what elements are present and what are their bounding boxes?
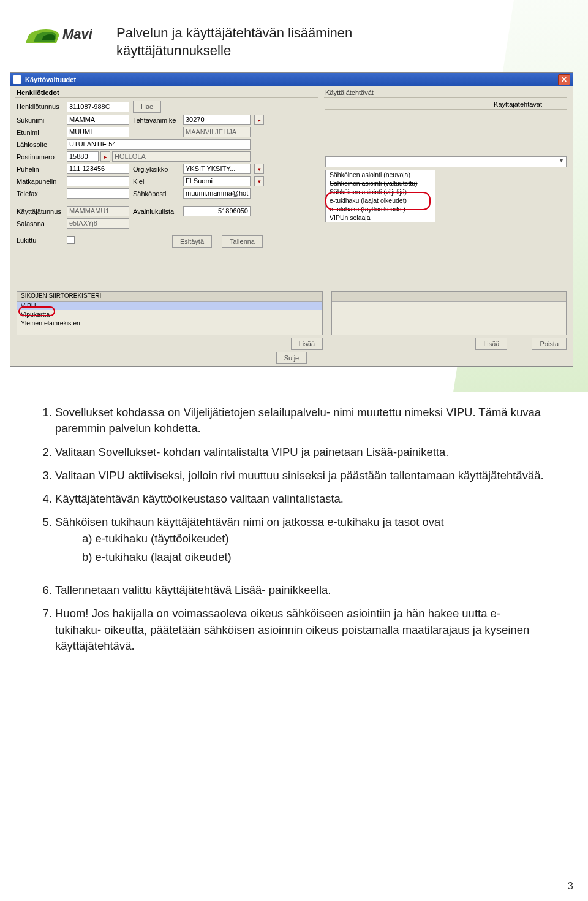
- title-line-1: Palvelun ja käyttäjätehtävän lisääminen: [116, 25, 352, 40]
- group-label-kayttajatehtavat: Käyttäjätehtävät: [325, 89, 374, 96]
- list-row[interactable]: Yleinen eläinrekisteri: [17, 319, 322, 327]
- role-item[interactable]: Sähköinen asiointi (neuvoja): [326, 170, 435, 179]
- page-number: 3: [568, 880, 573, 892]
- item-5: Sähköisen tukihaun käyttäjätehtävän nimi…: [55, 514, 545, 565]
- input-tehtavanimike-code[interactable]: 30270: [183, 115, 251, 125]
- item-5a: a) e-tukihaku (täyttöoikeudet): [82, 531, 545, 547]
- tallenna-button[interactable]: Tallenna: [222, 235, 263, 248]
- input-sukunimi[interactable]: MAMMA: [67, 115, 129, 125]
- role-list[interactable]: Sähköinen asiointi (neuvoja) Sähköinen a…: [325, 170, 435, 222]
- lookup-icon[interactable]: ▸: [254, 115, 264, 125]
- role-item[interactable]: e-tukihaku (täyttöoikeudet): [326, 205, 435, 213]
- input-lahiosoite[interactable]: UTULANTIE 54: [67, 139, 251, 150]
- poista-button[interactable]: Poista: [532, 338, 567, 350]
- role-item[interactable]: VIPUn selaaja: [326, 213, 435, 222]
- label-sahkoposti: Sähköposti: [133, 190, 179, 197]
- dropdown-kieli-icon[interactable]: ▾: [254, 176, 264, 186]
- list-header-right: [332, 292, 566, 302]
- sulje-button[interactable]: Sulje: [276, 352, 307, 364]
- input-sahkoposti[interactable]: muumi.mamma@hot: [183, 188, 251, 199]
- window-titlebar[interactable]: Käyttövaltuudet ✕: [10, 73, 573, 86]
- role-dropdown[interactable]: [325, 156, 567, 167]
- item-5-lead: Sähköisen tukihaun käyttäjätehtävän nimi…: [55, 515, 444, 528]
- list-row-vipu[interactable]: VIPU: [17, 302, 322, 310]
- lisaa-sovellus-button[interactable]: Lisää: [291, 338, 323, 350]
- label-etunimi: Etunimi: [17, 129, 63, 136]
- close-icon[interactable]: ✕: [558, 74, 570, 85]
- item-7: Huom! Jos hakijalla on voimassaoleva oik…: [55, 606, 545, 654]
- label-kieli: Kieli: [133, 178, 179, 185]
- input-etunimi[interactable]: MUUMI: [67, 127, 129, 137]
- sovellukset-area: SIKOJEN SIIRTOREKISTERI VIPU Vipukartta …: [10, 291, 573, 350]
- input-postinumero[interactable]: 15880: [67, 151, 99, 162]
- label-avainlukulista: Avainlukulista: [133, 208, 179, 215]
- document-title: Palvelun ja käyttäjätehtävän lisääminen …: [116, 25, 352, 59]
- window-footer: Sulje: [10, 350, 573, 366]
- input-avainlukulista[interactable]: 51896050: [183, 206, 251, 216]
- item-3: Valitaan VIPU aktiiviseksi, jolloin rivi…: [55, 468, 545, 484]
- input-kieli[interactable]: FI Suomi: [183, 176, 251, 186]
- logo-swoosh-icon: [28, 26, 59, 43]
- label-orgyksikko: Org.yksikkö: [133, 165, 179, 173]
- title-line-2: käyttäjätunnukselle: [116, 43, 231, 58]
- list-row[interactable]: Vipukartta: [17, 310, 322, 319]
- dropdown-icon[interactable]: ▾: [254, 164, 264, 174]
- item-5b: b) e-tukihaku (laajat oikeudet): [82, 549, 545, 565]
- label-telefax: Telefax: [17, 190, 63, 197]
- esitayta-button[interactable]: Esitäytä: [172, 235, 212, 248]
- input-salasana: e5fAXYj8: [67, 218, 129, 229]
- hae-button[interactable]: Hae: [133, 101, 161, 113]
- label-salasana: Salasana: [17, 220, 63, 227]
- role-item[interactable]: Sähköinen asiointi (viljelijä): [326, 188, 435, 196]
- label-tehtavanimike: Tehtävänimike: [133, 116, 179, 124]
- checkbox-lukittu[interactable]: [67, 236, 75, 244]
- input-postitoimipaikka: HOLLOLA: [112, 151, 251, 162]
- input-telefax[interactable]: [67, 188, 129, 199]
- lisaa-tehtava-button[interactable]: Lisää: [475, 338, 507, 350]
- label-puhelin: Puhelin: [17, 165, 63, 173]
- item-1: Sovellukset kohdassa on Viljelijätietoje…: [55, 405, 545, 437]
- item-2: Valitaan Sovellukset- kohdan valintalist…: [55, 444, 545, 460]
- label-lahiosoite: Lähiosoite: [17, 141, 63, 148]
- label-postinumero: Postinumero: [17, 153, 63, 161]
- group-label-henkilotiedot: Henkilötiedot: [17, 89, 59, 96]
- sovellukset-list[interactable]: SIKOJEN SIIRTOREKISTERI VIPU Vipukartta …: [17, 291, 323, 335]
- role-item[interactable]: e-tukihaku (laajat oikeudet): [326, 196, 435, 205]
- window-kayttovaltuudet: Käyttövaltuudet ✕ Henkilötiedot Henkilöt…: [10, 72, 573, 367]
- label-henkilotunnus: Henkilötunnus: [17, 103, 63, 110]
- input-matkapuhelin[interactable]: [67, 176, 129, 186]
- item-6: Tallennetaan valittu käyttäjätehtävä Lis…: [55, 582, 545, 598]
- input-kayttajatunnus: MAMMAMU1: [67, 206, 129, 216]
- list-header: SIKOJEN SIIRTOREKISTERI: [17, 292, 322, 302]
- label-kayttajatunnus: Käyttäjätunnus: [17, 208, 63, 215]
- label-lukittu: Lukittu: [17, 237, 63, 244]
- item-4: Käyttäjätehtävän käyttöoikeustaso valita…: [55, 491, 545, 507]
- window-icon: [13, 75, 21, 84]
- logo: Mavi: [28, 26, 92, 43]
- input-tehtavanimike-text: MAANVILJELIJÄ: [183, 127, 251, 137]
- logo-text: Mavi: [62, 26, 92, 42]
- label-sukunimi: Sukunimi: [17, 116, 63, 124]
- input-puhelin[interactable]: 111 123456: [67, 164, 129, 174]
- tehtavat-list[interactable]: [331, 291, 567, 335]
- numbered-body-text: Sovellukset kohdassa on Viljelijätietoje…: [37, 405, 545, 661]
- lookup-postinumero-icon[interactable]: ▸: [100, 151, 110, 162]
- input-orgyksikko[interactable]: YKSIT YKSITY...: [183, 164, 251, 174]
- input-henkilotunnus[interactable]: 311087-988C: [67, 102, 129, 112]
- label-matkapuhelin: Matkapuhelin: [17, 178, 63, 185]
- window-title: Käyttövaltuudet: [25, 76, 76, 83]
- role-item[interactable]: Sähköinen asiointi (valtuutettu): [326, 179, 435, 188]
- right-float-title: Käyttäjätehtävät: [325, 99, 567, 110]
